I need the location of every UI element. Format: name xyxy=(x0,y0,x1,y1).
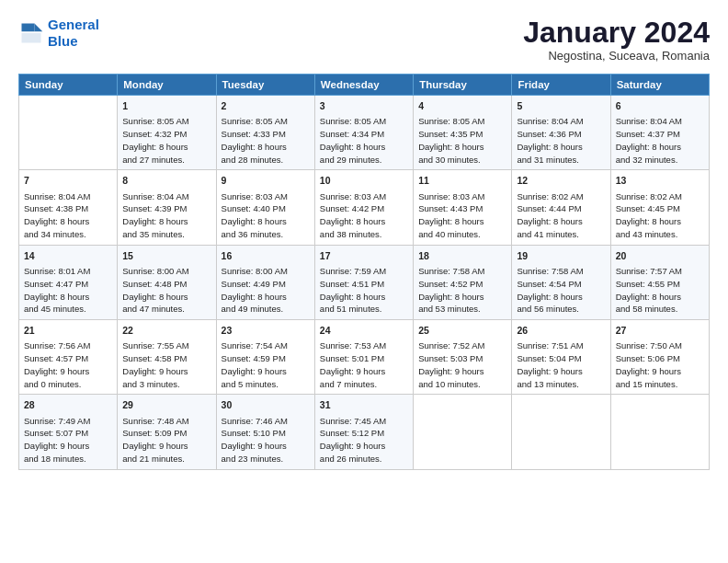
day-number: 7 xyxy=(24,174,112,188)
month-title: January 2024 xyxy=(523,17,710,49)
svg-rect-1 xyxy=(22,24,35,32)
day-number: 13 xyxy=(616,174,704,188)
day-number: 19 xyxy=(517,249,605,263)
calendar-cell: 21Sunrise: 7:56 AMSunset: 4:57 PMDayligh… xyxy=(19,320,118,395)
calendar-week-2: 7Sunrise: 8:04 AMSunset: 4:38 PMDaylight… xyxy=(19,170,710,245)
day-number: 24 xyxy=(320,324,408,338)
calendar-cell: 19Sunrise: 7:58 AMSunset: 4:54 PMDayligh… xyxy=(512,245,610,319)
day-number: 27 xyxy=(616,324,704,338)
weekday-header-tuesday: Tuesday xyxy=(216,75,314,96)
calendar-cell: 29Sunrise: 7:48 AMSunset: 5:09 PMDayligh… xyxy=(118,395,216,469)
calendar-cell: 25Sunrise: 7:52 AMSunset: 5:03 PMDayligh… xyxy=(414,320,512,395)
calendar-cell: 17Sunrise: 7:59 AMSunset: 4:51 PMDayligh… xyxy=(314,245,413,319)
calendar-cell: 28Sunrise: 7:49 AMSunset: 5:07 PMDayligh… xyxy=(19,395,118,469)
day-number: 16 xyxy=(222,249,310,263)
calendar-cell: 23Sunrise: 7:54 AMSunset: 4:59 PMDayligh… xyxy=(216,320,314,395)
calendar-cell: 5Sunrise: 8:04 AMSunset: 4:36 PMDaylight… xyxy=(512,96,610,170)
weekday-header-monday: Monday xyxy=(118,75,216,96)
day-number: 6 xyxy=(616,99,704,113)
calendar-cell: 18Sunrise: 7:58 AMSunset: 4:52 PMDayligh… xyxy=(414,245,512,319)
calendar-cell xyxy=(610,395,709,469)
day-number: 23 xyxy=(222,324,310,338)
calendar-cell: 4Sunrise: 8:05 AMSunset: 4:35 PMDaylight… xyxy=(414,96,512,170)
calendar-week-3: 14Sunrise: 8:01 AMSunset: 4:47 PMDayligh… xyxy=(19,245,710,319)
calendar-week-4: 21Sunrise: 7:56 AMSunset: 4:57 PMDayligh… xyxy=(19,320,710,395)
calendar-cell: 9Sunrise: 8:03 AMSunset: 4:40 PMDaylight… xyxy=(216,170,314,245)
day-number: 31 xyxy=(320,398,408,412)
day-number: 10 xyxy=(320,174,408,188)
calendar-table: SundayMondayTuesdayWednesdayThursdayFrid… xyxy=(18,74,710,469)
calendar-cell xyxy=(512,395,610,469)
weekday-header-wednesday: Wednesday xyxy=(314,75,413,96)
day-number: 25 xyxy=(418,324,506,338)
day-number: 2 xyxy=(222,99,310,113)
day-number: 11 xyxy=(418,174,506,188)
logo-text: General Blue xyxy=(48,17,99,50)
day-number: 4 xyxy=(418,99,506,113)
calendar-cell: 8Sunrise: 8:04 AMSunset: 4:39 PMDaylight… xyxy=(118,170,216,245)
calendar-cell: 6Sunrise: 8:04 AMSunset: 4:37 PMDaylight… xyxy=(610,96,709,170)
calendar-week-5: 28Sunrise: 7:49 AMSunset: 5:07 PMDayligh… xyxy=(19,395,710,469)
svg-marker-0 xyxy=(35,24,43,32)
weekday-header-saturday: Saturday xyxy=(610,75,709,96)
calendar-cell: 10Sunrise: 8:03 AMSunset: 4:42 PMDayligh… xyxy=(314,170,413,245)
calendar-cell: 13Sunrise: 8:02 AMSunset: 4:45 PMDayligh… xyxy=(610,170,709,245)
calendar-cell: 2Sunrise: 8:05 AMSunset: 4:33 PMDaylight… xyxy=(216,96,314,170)
calendar-cell: 7Sunrise: 8:04 AMSunset: 4:38 PMDaylight… xyxy=(19,170,118,245)
day-number: 18 xyxy=(418,249,506,263)
calendar-page: General Blue January 2024 Negostina, Suc… xyxy=(0,0,728,563)
calendar-cell: 26Sunrise: 7:51 AMSunset: 5:04 PMDayligh… xyxy=(512,320,610,395)
svg-rect-2 xyxy=(22,33,41,43)
day-number: 21 xyxy=(24,324,112,338)
day-number: 3 xyxy=(320,99,408,113)
weekday-header-thursday: Thursday xyxy=(414,75,512,96)
day-number: 17 xyxy=(320,249,408,263)
day-number: 1 xyxy=(122,99,210,113)
day-number: 5 xyxy=(517,99,605,113)
day-number: 14 xyxy=(24,249,112,263)
day-number: 22 xyxy=(122,324,210,338)
logo: General Blue xyxy=(18,17,99,50)
calendar-cell: 31Sunrise: 7:45 AMSunset: 5:12 PMDayligh… xyxy=(314,395,413,469)
calendar-cell: 30Sunrise: 7:46 AMSunset: 5:10 PMDayligh… xyxy=(216,395,314,469)
day-number: 26 xyxy=(517,324,605,338)
location: Negostina, Suceava, Romania xyxy=(523,49,710,63)
calendar-cell: 27Sunrise: 7:50 AMSunset: 5:06 PMDayligh… xyxy=(610,320,709,395)
day-number: 20 xyxy=(616,249,704,263)
weekday-header-sunday: Sunday xyxy=(19,75,118,96)
title-block: January 2024 Negostina, Suceava, Romania xyxy=(523,17,710,63)
day-number: 28 xyxy=(24,398,112,412)
calendar-cell: 11Sunrise: 8:03 AMSunset: 4:43 PMDayligh… xyxy=(414,170,512,245)
calendar-cell: 20Sunrise: 7:57 AMSunset: 4:55 PMDayligh… xyxy=(610,245,709,319)
calendar-cell: 12Sunrise: 8:02 AMSunset: 4:44 PMDayligh… xyxy=(512,170,610,245)
calendar-cell: 24Sunrise: 7:53 AMSunset: 5:01 PMDayligh… xyxy=(314,320,413,395)
weekday-header-friday: Friday xyxy=(512,75,610,96)
calendar-cell: 22Sunrise: 7:55 AMSunset: 4:58 PMDayligh… xyxy=(118,320,216,395)
calendar-cell: 1Sunrise: 8:05 AMSunset: 4:32 PMDaylight… xyxy=(118,96,216,170)
day-number: 15 xyxy=(122,249,210,263)
day-number: 29 xyxy=(122,398,210,412)
day-number: 12 xyxy=(517,174,605,188)
calendar-cell: 16Sunrise: 8:00 AMSunset: 4:49 PMDayligh… xyxy=(216,245,314,319)
header: General Blue January 2024 Negostina, Suc… xyxy=(18,17,710,63)
calendar-cell xyxy=(414,395,512,469)
weekday-header-row: SundayMondayTuesdayWednesdayThursdayFrid… xyxy=(19,75,710,96)
day-number: 30 xyxy=(222,398,310,412)
day-number: 8 xyxy=(122,174,210,188)
day-number: 9 xyxy=(222,174,310,188)
calendar-cell: 14Sunrise: 8:01 AMSunset: 4:47 PMDayligh… xyxy=(19,245,118,319)
calendar-cell xyxy=(19,96,118,170)
logo-icon xyxy=(18,20,44,46)
calendar-cell: 15Sunrise: 8:00 AMSunset: 4:48 PMDayligh… xyxy=(118,245,216,319)
calendar-cell: 3Sunrise: 8:05 AMSunset: 4:34 PMDaylight… xyxy=(314,96,413,170)
calendar-week-1: 1Sunrise: 8:05 AMSunset: 4:32 PMDaylight… xyxy=(19,96,710,170)
